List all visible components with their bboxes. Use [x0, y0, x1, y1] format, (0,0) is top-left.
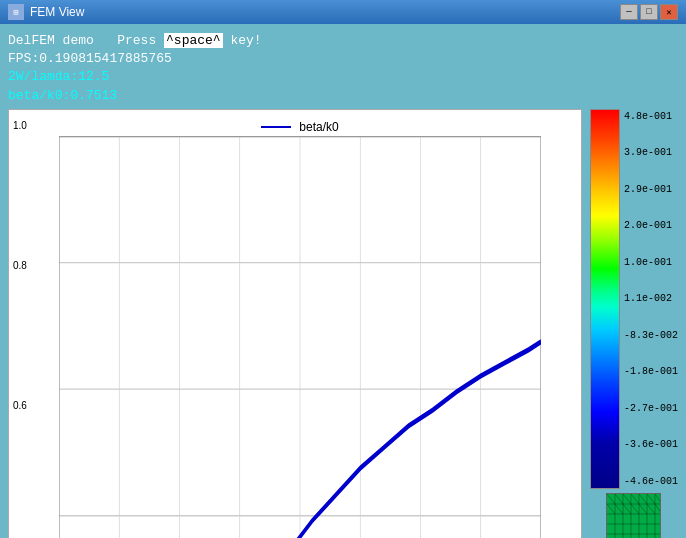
- cb-label-3: 2.9e-001: [624, 184, 678, 195]
- info-area: DelFEM demo Press ^space^ key! FPS:0.190…: [8, 32, 678, 105]
- demo-label: DelFEM demo Press ^space^ key!: [8, 33, 262, 48]
- y-label-4: 0.6: [13, 400, 27, 411]
- fem-mesh: [606, 493, 661, 538]
- cb-label-4: 2.0e-001: [624, 220, 678, 231]
- window-controls: — □ ✕: [620, 4, 678, 20]
- legend-line: [261, 126, 291, 128]
- info-line-3: 2W/lamda:12.5: [8, 68, 678, 86]
- chart-svg: [59, 136, 541, 538]
- right-panel: 4.8e-001 3.9e-001 2.9e-001 2.0e-001 1.0e…: [590, 109, 678, 538]
- y-axis-labels: 1.0 0.8 0.6 0.4 0.2 0.0: [13, 120, 27, 538]
- info-line-4: beta/k0:0.7513: [8, 87, 678, 105]
- main-content: DelFEM demo Press ^space^ key! FPS:0.190…: [0, 24, 686, 538]
- fem-mesh-svg: [607, 494, 661, 538]
- y-label-5: 0.8: [13, 260, 27, 271]
- main-window: ⊞ FEM View — □ ✕ DelFEM demo Press ^spac…: [0, 0, 686, 538]
- cb-label-2: 3.9e-001: [624, 147, 678, 158]
- titlebar: ⊞ FEM View — □ ✕: [0, 0, 686, 24]
- colorbar-container: 4.8e-001 3.9e-001 2.9e-001 2.0e-001 1.0e…: [590, 109, 678, 489]
- info-line-2: FPS:0.190815417885765: [8, 50, 678, 68]
- maximize-button[interactable]: □: [640, 4, 658, 20]
- window-title: FEM View: [30, 5, 620, 19]
- close-button[interactable]: ✕: [660, 4, 678, 20]
- cb-label-5: 1.0e-001: [624, 257, 678, 268]
- cb-label-7: -8.3e-002: [624, 330, 678, 341]
- colorbar-labels: 4.8e-001 3.9e-001 2.9e-001 2.0e-001 1.0e…: [624, 109, 678, 489]
- cb-label-9: -2.7e-001: [624, 403, 678, 414]
- cb-label-10: -3.6e-001: [624, 439, 678, 450]
- cb-label-11: -4.6e-001: [624, 476, 678, 487]
- app-icon: ⊞: [8, 4, 24, 20]
- y-label-6: 1.0: [13, 120, 27, 131]
- cb-label-1: 4.8e-001: [624, 111, 678, 122]
- chart-container: beta/k0: [8, 109, 582, 538]
- cb-label-6: 1.1e-002: [624, 293, 678, 304]
- minimize-button[interactable]: —: [620, 4, 638, 20]
- chart-legend-label: beta/k0: [299, 120, 338, 134]
- cb-label-8: -1.8e-001: [624, 366, 678, 377]
- main-area: beta/k0: [8, 109, 678, 538]
- colorbar: [590, 109, 620, 489]
- info-line-1: DelFEM demo Press ^space^ key!: [8, 32, 678, 50]
